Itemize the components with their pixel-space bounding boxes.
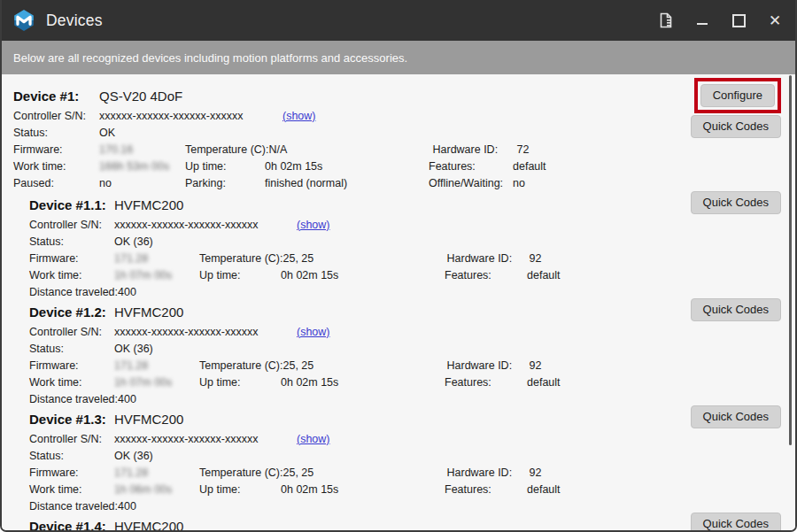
device-model: QS-V20 4DoF	[99, 89, 182, 104]
device-model: HVFMC200	[114, 519, 183, 531]
show-sn-link[interactable]: (show)	[297, 219, 330, 231]
field-row: Work time: 1h 06m 00s Up time: 0h 02m 15…	[29, 481, 795, 497]
field-label: Temperature (C):	[185, 143, 268, 156]
field-label: Temperature (C):	[199, 252, 282, 265]
device-model: HVFMC200	[114, 197, 183, 212]
field-label: Distance traveled:	[29, 500, 118, 513]
temperature-value: N/A	[268, 143, 432, 156]
field-row: Controller S/N: xxxxxx-xxxxxx-xxxxxx-xxx…	[29, 430, 795, 447]
quick-codes-button[interactable]: Quick Codes	[691, 115, 781, 138]
title-bar: Devices ✕	[0, 0, 797, 41]
device-list: Configure Quick Codes Device #1: QS-V20 …	[2, 74, 795, 530]
field-row: Firmware: 171.28 Temperature (C): 25, 25…	[29, 464, 795, 481]
firmware-value: 171.28	[114, 466, 199, 479]
features-value: default	[513, 160, 546, 173]
field-row: Work time: 1h 07m 00s Up time: 0h 02m 15…	[29, 266, 795, 283]
distance-traveled-value: 400	[118, 393, 203, 405]
device-id: Device #1:	[13, 89, 99, 104]
hardware-id-value: 72	[516, 143, 529, 156]
device-id: Device #1.4:	[29, 519, 114, 531]
device-section-1-3: Quick Codes Device #1.3: HVFMC200 Contro…	[2, 407, 795, 514]
field-label: Up time:	[199, 269, 281, 281]
configure-button[interactable]: Configure	[700, 84, 775, 107]
controller-sn-value: xxxxxx-xxxxxx-xxxxxx-xxxxxx	[114, 326, 297, 338]
hardware-id-value: 92	[529, 359, 541, 372]
close-icon[interactable]: ✕	[767, 12, 783, 28]
work-time-value: 1h 07m 00s	[114, 376, 199, 389]
field-row: Distance traveled: 400	[29, 283, 795, 300]
device-section-1-4: Quick Codes Device #1.4: HVFMC200	[2, 514, 795, 530]
show-sn-link[interactable]: (show)	[297, 433, 330, 445]
log-file-icon[interactable]	[658, 12, 674, 28]
field-label: Features:	[445, 269, 527, 281]
field-label: Status:	[29, 343, 114, 355]
status-value: OK (36)	[114, 343, 199, 355]
work-time-value: 1h 06m 00s	[114, 483, 199, 496]
maximize-icon[interactable]	[731, 12, 747, 28]
field-label: Status:	[13, 127, 99, 139]
up-time-value: 0h 02m 15s	[281, 376, 445, 389]
field-label: Hardware ID:	[432, 143, 516, 156]
scrollbar-thumb[interactable]	[789, 75, 792, 445]
field-row: Status: OK (36)	[29, 447, 795, 464]
show-sn-link[interactable]: (show)	[282, 110, 316, 122]
field-row: Distance traveled: 400	[29, 497, 795, 514]
field-label: Controller S/N:	[29, 433, 114, 445]
distance-traveled-value: 400	[118, 500, 203, 513]
field-label: Hardware ID:	[446, 466, 529, 479]
field-row: Controller S/N: xxxxxx-xxxxxx-xxxxxx-xxx…	[13, 107, 795, 124]
window-title: Devices	[46, 12, 103, 30]
subtitle-bar: Below are all recognized devices includi…	[2, 41, 795, 74]
features-value: default	[527, 483, 561, 496]
field-label: Features:	[429, 160, 513, 173]
field-label: Distance traveled:	[29, 286, 118, 298]
minimize-icon[interactable]	[694, 12, 710, 28]
field-row: Paused: no Parking: finished (normal) Of…	[13, 174, 795, 191]
work-time-value: 166h 53m 00s	[99, 160, 185, 173]
device-section-1-1: Quick Codes Device #1.1: HVFMC200 Contro…	[2, 193, 795, 300]
temperature-value: 25, 25	[282, 359, 446, 372]
paused-value: no	[99, 177, 185, 189]
field-row: Firmware: 171.28 Temperature (C): 25, 25…	[29, 357, 795, 374]
field-label: Firmware:	[29, 359, 114, 372]
field-label: Work time:	[29, 269, 114, 281]
field-label: Temperature (C):	[199, 359, 282, 372]
field-label: Firmware:	[29, 466, 114, 479]
features-value: default	[527, 269, 561, 281]
show-sn-link[interactable]: (show)	[297, 326, 330, 338]
field-label: Temperature (C):	[199, 466, 282, 479]
field-row: Work time: 166h 53m 00s Up time: 0h 02m …	[13, 158, 795, 174]
quick-codes-button[interactable]: Quick Codes	[691, 298, 781, 321]
temperature-value: 25, 25	[282, 252, 446, 265]
status-value: OK (36)	[114, 235, 199, 248]
distance-traveled-value: 400	[118, 286, 203, 298]
quick-codes-button[interactable]: Quick Codes	[691, 191, 781, 214]
device-section-1: Configure Quick Codes Device #1: QS-V20 …	[2, 84, 795, 193]
up-time-value: 0h 02m 15s	[281, 269, 445, 281]
field-label: Status:	[29, 450, 114, 462]
quick-codes-button[interactable]: Quick Codes	[691, 513, 781, 530]
field-label: Offline/Waiting:	[429, 177, 513, 189]
quick-codes-button[interactable]: Quick Codes	[691, 405, 781, 428]
up-time-value: 0h 02m 15s	[281, 483, 445, 496]
vertical-scrollbar[interactable]	[789, 74, 793, 530]
field-label: Distance traveled:	[29, 393, 118, 405]
app-logo-icon	[12, 9, 35, 32]
field-row: Controller S/N: xxxxxx-xxxxxx-xxxxxx-xxx…	[29, 323, 795, 340]
field-label: Controller S/N:	[13, 110, 99, 122]
field-row: Status: OK (36)	[29, 340, 795, 357]
field-label: Parking:	[185, 177, 265, 189]
up-time-value: 0h 02m 15s	[265, 160, 429, 173]
device-id: Device #1.1:	[29, 197, 114, 212]
device-id: Device #1.2:	[29, 305, 114, 320]
field-row: Firmware: 171.28 Temperature (C): 25, 25…	[29, 250, 795, 266]
field-label: Work time:	[29, 483, 114, 496]
field-row: Status: OK (36)	[29, 233, 795, 250]
controller-sn-value: xxxxxx-xxxxxx-xxxxxx-xxxxxx	[99, 110, 282, 122]
field-label: Status:	[29, 235, 114, 248]
firmware-value: 171.28	[114, 252, 199, 265]
firmware-value: 171.28	[114, 359, 199, 372]
configure-highlight-box: Configure	[694, 78, 781, 113]
field-label: Features:	[445, 483, 527, 496]
field-label: Firmware:	[13, 143, 99, 156]
